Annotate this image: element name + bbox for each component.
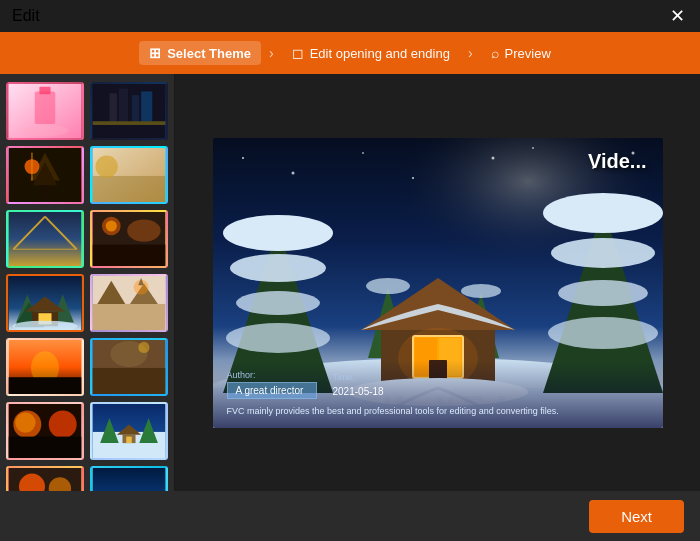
preview-area: NEW YEAR Vide... Author: A great directo… (175, 74, 700, 491)
svg-point-82 (236, 291, 320, 315)
next-button[interactable]: Next (589, 500, 684, 533)
theme-thumb-3[interactable] (6, 146, 84, 204)
svg-point-52 (49, 411, 77, 439)
svg-point-89 (548, 317, 658, 349)
svg-rect-19 (9, 212, 82, 266)
svg-point-93 (461, 284, 501, 298)
theme-thumb-10[interactable] (90, 338, 168, 396)
svg-point-70 (362, 152, 364, 154)
svg-rect-65 (93, 468, 166, 491)
theme-icon: ⊞ (149, 45, 161, 61)
svg-rect-37 (93, 304, 166, 330)
step-edit-opening[interactable]: ◻ Edit opening and ending (282, 41, 460, 65)
svg-rect-5 (109, 93, 116, 121)
preview-description: FVC mainly provides the best and profess… (227, 405, 649, 418)
svg-point-69 (291, 171, 294, 174)
svg-rect-7 (132, 95, 139, 121)
theme-thumb-14[interactable]: ↓ (90, 466, 168, 491)
svg-rect-13 (40, 185, 49, 199)
author-label: Author: (227, 370, 317, 380)
theme-thumb-8[interactable] (90, 274, 168, 332)
preview-icon: ⌕ (491, 45, 499, 61)
step-bar: ⊞ Select Theme › ◻ Edit opening and endi… (0, 32, 700, 74)
svg-point-86 (543, 193, 663, 233)
theme-thumb-9[interactable] (6, 338, 84, 396)
step-label-1: Select Theme (167, 46, 251, 61)
svg-point-91 (366, 278, 410, 294)
theme-thumb-4[interactable] (90, 146, 168, 204)
author-field-group: Author: A great director (227, 370, 317, 399)
step-preview[interactable]: ⌕ Preview (481, 41, 561, 65)
theme-thumb-1[interactable] (6, 82, 84, 140)
theme-thumb-11[interactable] (6, 402, 84, 460)
svg-point-88 (558, 280, 648, 306)
author-value: A great director (227, 382, 317, 399)
svg-point-18 (95, 155, 117, 177)
edit-icon: ◻ (292, 45, 304, 61)
svg-point-71 (412, 177, 414, 179)
step-label-3: Preview (505, 46, 551, 61)
svg-rect-6 (119, 89, 128, 122)
svg-point-48 (138, 342, 149, 353)
svg-point-24 (127, 219, 161, 241)
window-title: Edit (12, 7, 40, 25)
title-bar: Edit ✕ (0, 0, 700, 32)
svg-point-72 (491, 156, 494, 159)
svg-rect-8 (141, 91, 152, 121)
svg-rect-9 (93, 121, 166, 125)
svg-rect-53 (9, 437, 82, 458)
svg-rect-1 (35, 91, 55, 124)
svg-rect-25 (93, 245, 166, 266)
theme-thumb-6[interactable] (90, 210, 168, 268)
preview-container: NEW YEAR Vide... Author: A great directo… (213, 138, 663, 428)
svg-rect-17 (93, 176, 166, 202)
svg-point-87 (551, 238, 655, 268)
step-label-2: Edit opening and ending (310, 46, 450, 61)
main-content: ↓ ↓ (0, 74, 700, 491)
preview-info-overlay: Author: A great director Time: 2021-05-1… (213, 360, 663, 428)
theme-thumb-13[interactable]: ↓ (6, 466, 84, 491)
svg-point-81 (230, 254, 326, 282)
arrow-2: › (468, 45, 473, 61)
theme-thumb-7[interactable] (6, 274, 84, 332)
theme-thumb-5[interactable] (6, 210, 84, 268)
theme-thumb-12[interactable] (90, 402, 168, 460)
svg-point-3 (22, 125, 69, 136)
svg-point-51 (15, 412, 35, 432)
close-button[interactable]: ✕ (666, 5, 688, 27)
svg-rect-4 (93, 84, 166, 138)
arrow-1: › (269, 45, 274, 61)
svg-rect-44 (9, 377, 82, 394)
svg-point-68 (242, 157, 244, 159)
theme-sidebar: ↓ ↓ (0, 74, 175, 491)
step-select-theme[interactable]: ⊞ Select Theme (139, 41, 261, 65)
svg-point-73 (532, 147, 534, 149)
svg-rect-2 (39, 87, 50, 94)
svg-rect-46 (93, 368, 166, 394)
preview-fields: Author: A great director Time: 2021-05-1… (227, 370, 649, 399)
svg-rect-60 (126, 437, 132, 444)
preview-title: Vide... (588, 150, 647, 173)
theme-thumb-2[interactable] (90, 82, 168, 140)
footer: Next (0, 491, 700, 541)
svg-point-27 (106, 220, 117, 231)
time-field-group: Time: 2021-05-18 (333, 372, 384, 399)
time-value: 2021-05-18 (333, 384, 384, 399)
svg-point-83 (226, 323, 330, 353)
time-label: Time: (333, 372, 384, 382)
svg-point-80 (223, 215, 333, 251)
